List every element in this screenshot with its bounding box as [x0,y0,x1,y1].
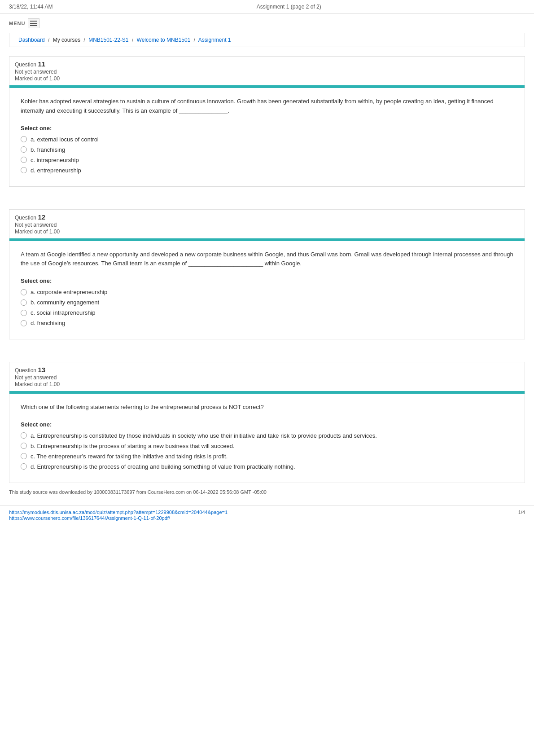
question-11-text: Kohler has adopted several strategies to… [21,97,513,116]
menu-label: MENU [9,21,25,26]
question-13-option-d[interactable]: d. Entrepreneurship is the process of cr… [21,463,513,470]
question-12-header: Question 12 Not yet answered Marked out … [9,210,525,238]
question-11-option-c[interactable]: c. intrapreneurship [21,157,513,163]
question-12-marks: Marked out of 1.00 [15,229,519,235]
breadcrumb-mnb1501-22-s1[interactable]: MNB1501-22-S1 [88,37,128,43]
radio-12-b[interactable] [21,299,27,306]
question-13-options: a. Entrepreneurship is constituted by th… [21,432,513,470]
question-11-option-d[interactable]: d. entrepreneurship [21,167,513,174]
radio-11-a[interactable] [21,136,27,142]
question-13-number: 13 [38,366,45,374]
question-11-body: Kohler has adopted several strategies to… [9,88,525,186]
radio-13-a[interactable] [21,432,27,439]
question-13-status: Not yet answered [15,374,519,381]
question-11-block: Question 11 Not yet answered Marked out … [9,56,525,187]
question-11-number: 11 [38,60,45,68]
question-13-number-line: Question 13 [15,366,519,374]
question-12-text: A team at Google identified a new opport… [21,250,513,269]
question-11-marks: Marked out of 1.00 [15,75,519,82]
question-13-select-label: Select one: [21,421,513,428]
question-13-option-b[interactable]: b. Entrepreneurship is the process of st… [21,443,513,449]
top-bar: 3/18/22, 11:44 AM Assignment 1 (page 2 o… [0,0,534,14]
footer-study-note: This study source was downloaded by 1000… [0,488,534,497]
page-title: Assignment 1 (page 2 of 2) [257,4,321,10]
datetime: 3/18/22, 11:44 AM [9,4,53,10]
question-11-status: Not yet answered [15,69,519,75]
question-13-block: Question 13 Not yet answered Marked out … [9,362,525,483]
radio-13-c[interactable] [21,453,27,459]
radio-11-b[interactable] [21,146,27,153]
url-info: https://mymodules.dtls.unisa.ac.za/mod/q… [9,510,228,521]
question-12-block: Question 12 Not yet answered Marked out … [9,209,525,340]
question-13-option-c[interactable]: c. The entrepreneur’s reward for taking … [21,453,513,460]
question-12-number-line: Question 12 [15,213,519,221]
question-13-marks: Marked out of 1.00 [15,381,519,387]
question-13-option-a[interactable]: a. Entrepreneurship is constituted by th… [21,432,513,439]
radio-13-b[interactable] [21,443,27,449]
breadcrumb-dashboard[interactable]: Dashboard [18,37,45,43]
radio-12-c[interactable] [21,310,27,316]
breadcrumb-mycourses: My courses [53,37,80,43]
question-12-status: Not yet answered [15,222,519,228]
menu-bar: MENU [0,14,534,33]
url2-link[interactable]: https://www.coursehero.com/file/13661764… [9,515,228,521]
question-13-body: Which one of the following statements re… [9,394,525,483]
breadcrumb: Dashboard / My courses / MNB1501-22-S1 /… [9,33,525,47]
breadcrumb-welcome-to-mnb1501[interactable]: Welcome to MNB1501 [137,37,191,43]
radio-12-a[interactable] [21,289,27,295]
question-12-select-label: Select one: [21,277,513,284]
radio-11-d[interactable] [21,167,27,173]
question-12-option-b[interactable]: b. community engagement [21,299,513,306]
question-12-option-d[interactable]: d. franchising [21,320,513,326]
question-12-body: A team at Google identified a new opport… [9,241,525,339]
question-12-option-a[interactable]: a. corporate entrepreneurship [21,289,513,295]
question-12-option-c[interactable]: c. social intrapreneurship [21,309,513,316]
page-bottom: https://mymodules.dtls.unisa.ac.za/mod/q… [0,505,534,524]
question-11-option-b[interactable]: b. franchising [21,146,513,153]
question-13-header: Question 13 Not yet answered Marked out … [9,362,525,391]
page-num-bottom: 1/4 [518,510,525,521]
url1-link[interactable]: https://mymodules.dtls.unisa.ac.za/mod/q… [9,510,228,515]
radio-11-c[interactable] [21,157,27,163]
question-12-number: 12 [38,213,45,221]
question-11-select-label: Select one: [21,125,513,132]
question-13-text: Which one of the following statements re… [21,403,513,412]
radio-13-d[interactable] [21,463,27,470]
menu-toggle-button[interactable] [28,18,39,28]
question-11-number-line: Question 11 [15,60,519,68]
question-11-header: Question 11 Not yet answered Marked out … [9,57,525,85]
question-11-options: a. external locus of control b. franchis… [21,136,513,174]
breadcrumb-assignment1[interactable]: Assignment 1 [198,37,231,43]
question-11-option-a[interactable]: a. external locus of control [21,136,513,143]
radio-12-d[interactable] [21,320,27,326]
question-12-options: a. corporate entrepreneurship b. communi… [21,289,513,326]
